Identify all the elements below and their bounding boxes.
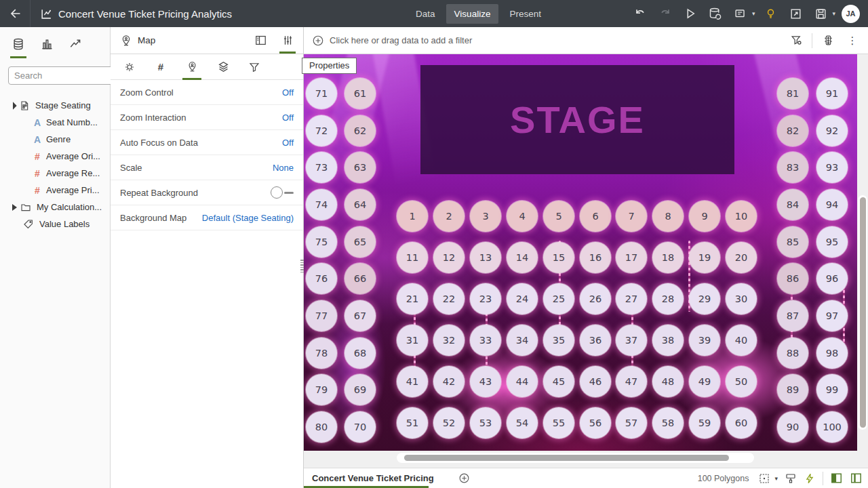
seat-13[interactable]: 13 xyxy=(470,242,501,273)
seat-53[interactable]: 53 xyxy=(470,407,501,439)
seat-98[interactable]: 98 xyxy=(816,338,848,369)
tab-analytics[interactable] xyxy=(65,35,85,53)
canvas-style-brush-button[interactable] xyxy=(785,472,797,485)
grammar-panel-button[interactable] xyxy=(252,32,269,49)
panel-resize-grip[interactable] xyxy=(300,260,304,277)
property-value[interactable]: None xyxy=(273,163,294,173)
data-actions-button[interactable] xyxy=(819,32,837,49)
seat-91[interactable]: 91 xyxy=(816,78,848,109)
seat-86[interactable]: 86 xyxy=(777,263,808,294)
undo-button[interactable] xyxy=(631,4,650,23)
seat-69[interactable]: 69 xyxy=(344,374,376,405)
seat-95[interactable]: 95 xyxy=(816,226,848,258)
seat-76[interactable]: 76 xyxy=(306,263,337,294)
seat-20[interactable]: 20 xyxy=(726,242,757,273)
seat-16[interactable]: 16 xyxy=(580,242,611,273)
seat-56[interactable]: 56 xyxy=(580,407,611,439)
back-button[interactable] xyxy=(0,0,30,27)
seat-44[interactable]: 44 xyxy=(507,366,538,397)
refresh-data-button[interactable] xyxy=(706,4,725,23)
seat-90[interactable]: 90 xyxy=(777,411,808,443)
save-button[interactable] xyxy=(811,4,830,23)
tab-visualizations[interactable] xyxy=(37,35,57,53)
seat-48[interactable]: 48 xyxy=(652,366,684,397)
seat-88[interactable]: 88 xyxy=(777,338,808,369)
canvas-layout-button[interactable] xyxy=(758,472,770,485)
add-canvas-button[interactable] xyxy=(458,472,470,484)
seat-49[interactable]: 49 xyxy=(689,366,720,397)
seat-89[interactable]: 89 xyxy=(777,374,808,405)
avatar[interactable]: JA xyxy=(842,5,860,23)
export-button[interactable] xyxy=(786,4,805,23)
seat-19[interactable]: 19 xyxy=(689,242,720,273)
seat-68[interactable]: 68 xyxy=(344,338,376,369)
seat-60[interactable]: 60 xyxy=(726,407,757,439)
seat-47[interactable]: 47 xyxy=(616,366,647,397)
seat-46[interactable]: 46 xyxy=(580,366,611,397)
seat-8[interactable]: 8 xyxy=(652,201,684,232)
seat-78[interactable]: 78 xyxy=(306,338,337,369)
property-value[interactable]: Off xyxy=(282,87,294,98)
seat-29[interactable]: 29 xyxy=(689,283,720,314)
seat-80[interactable]: 80 xyxy=(306,411,337,443)
seat-81[interactable]: 81 xyxy=(777,78,808,109)
toggle-left-panel-button[interactable] xyxy=(830,472,843,485)
tree-field-seat-number[interactable]: A Seat Numb... xyxy=(0,114,110,131)
seat-35[interactable]: 35 xyxy=(543,325,574,356)
seat-63[interactable]: 63 xyxy=(344,152,376,183)
seat-83[interactable]: 83 xyxy=(777,152,808,183)
seat-45[interactable]: 45 xyxy=(543,366,574,397)
seat-15[interactable]: 15 xyxy=(543,242,574,273)
seat-33[interactable]: 33 xyxy=(470,325,501,356)
tab-layers[interactable] xyxy=(215,59,231,75)
seat-14[interactable]: 14 xyxy=(507,242,538,273)
seat-11[interactable]: 11 xyxy=(397,242,428,273)
seat-18[interactable]: 18 xyxy=(652,242,684,273)
seat-32[interactable]: 32 xyxy=(433,325,465,356)
comments-button[interactable] xyxy=(731,4,750,23)
seat-82[interactable]: 82 xyxy=(777,115,808,146)
seat-61[interactable]: 61 xyxy=(344,78,376,109)
vertical-scrollbar-thumb[interactable] xyxy=(860,197,866,428)
seat-85[interactable]: 85 xyxy=(777,226,808,258)
add-filter-plus-icon[interactable] xyxy=(312,35,324,47)
seat-5[interactable]: 5 xyxy=(543,201,574,232)
property-row-auto-focus[interactable]: Auto Focus on Data Off xyxy=(111,130,303,155)
seat-21[interactable]: 21 xyxy=(397,283,428,314)
auto-refresh-lightning-button[interactable] xyxy=(804,472,816,485)
seat-67[interactable]: 67 xyxy=(344,300,376,331)
seat-59[interactable]: 59 xyxy=(689,407,720,439)
seat-99[interactable]: 99 xyxy=(816,374,848,405)
seat-73[interactable]: 73 xyxy=(306,152,337,183)
seat-30[interactable]: 30 xyxy=(726,283,757,314)
collapse-triangle-icon[interactable] xyxy=(9,204,19,211)
seat-43[interactable]: 43 xyxy=(470,366,501,397)
seat-84[interactable]: 84 xyxy=(777,189,808,220)
seat-51[interactable]: 51 xyxy=(397,407,428,439)
tab-present[interactable]: Present xyxy=(501,4,549,24)
property-row-repeat-background[interactable]: Repeat Background xyxy=(111,180,303,205)
seat-50[interactable]: 50 xyxy=(726,366,757,397)
seat-9[interactable]: 9 xyxy=(689,201,720,232)
property-value[interactable]: Off xyxy=(282,113,294,123)
seat-39[interactable]: 39 xyxy=(689,325,720,356)
vertical-scrollbar[interactable] xyxy=(858,195,867,430)
tab-filters[interactable] xyxy=(246,59,262,75)
map-visualization[interactable]: STAGE 7172737475767778798061626364656667… xyxy=(304,54,857,451)
horizontal-scrollbar-thumb[interactable] xyxy=(404,455,729,461)
seat-66[interactable]: 66 xyxy=(344,263,376,294)
property-row-background-map[interactable]: Background Map Default (Stage Seating) xyxy=(111,205,303,230)
canvas-layout-caret-icon[interactable]: ▾ xyxy=(774,475,778,482)
seat-93[interactable]: 93 xyxy=(816,152,848,183)
seat-72[interactable]: 72 xyxy=(306,115,337,146)
seat-10[interactable]: 10 xyxy=(726,201,757,232)
property-row-zoom-interaction[interactable]: Zoom Interaction Off xyxy=(111,105,303,130)
repeat-background-toggle[interactable] xyxy=(271,186,294,199)
seat-24[interactable]: 24 xyxy=(507,283,538,314)
seat-3[interactable]: 3 xyxy=(470,201,501,232)
seat-26[interactable]: 26 xyxy=(580,283,611,314)
seat-96[interactable]: 96 xyxy=(816,263,848,294)
seat-27[interactable]: 27 xyxy=(616,283,647,314)
horizontal-scrollbar[interactable] xyxy=(397,453,754,463)
seat-12[interactable]: 12 xyxy=(433,242,465,273)
